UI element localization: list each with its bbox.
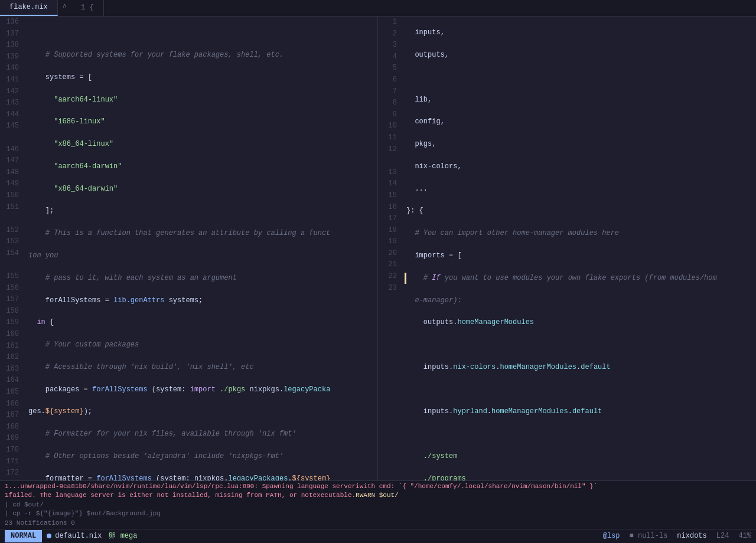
- code-line: [406, 384, 751, 396]
- code-line: ion you: [28, 250, 373, 262]
- bottom-messages: 1...unwrapped-9ca81b0/share/nvim/runtime…: [0, 480, 756, 529]
- tab-right-label: 1 {: [81, 3, 94, 13]
- code-line: outputs.homeManagerModules: [406, 317, 751, 329]
- code-line: ];: [28, 205, 373, 217]
- lsp-status: @lsp: [603, 531, 620, 541]
- code-line: config,: [406, 116, 751, 128]
- code-line: # This is a function that generates an a…: [28, 228, 373, 240]
- tab-bar: flake.nix ^ 1 {: [0, 0, 756, 17]
- code-line: "i686-linux": [28, 116, 373, 128]
- code-line: ges.${system});: [28, 406, 373, 418]
- code-line: [406, 72, 751, 84]
- code-line: "aarch64-darwin": [28, 161, 373, 173]
- code-line: "x86_64-darwin": [28, 184, 373, 195]
- file-icon: [47, 534, 51, 538]
- right-pane: 1 2 3 4 5 6 7 8 9 10 11 12 13 1: [378, 17, 756, 480]
- notifications-line: 23 Notifications 0: [5, 519, 751, 528]
- code-line: # You can import other home-manager modu…: [406, 228, 751, 240]
- main-content: 136 137 138 139 140 141 142 143 144 145 …: [0, 17, 756, 480]
- code-line: "aarch64-linux": [28, 94, 373, 106]
- code-line: ./system: [406, 451, 751, 463]
- code-line: lib,: [406, 94, 751, 106]
- right-top-code-view[interactable]: 1 2 3 4 5 6 7 8 9 10 11 12 13 1: [378, 17, 756, 480]
- status-right: @lsp ■ null-ls nixdots L24 41%: [603, 531, 751, 541]
- editor-container: flake.nix ^ 1 { 136 137 138 139 140 141 …: [0, 0, 756, 543]
- code-line: in {: [28, 317, 373, 329]
- left-code-content: # Supported systems for your flake packa…: [24, 17, 377, 480]
- cmd-line-2: | cp -r ${"{image}"} $out/Background.jpg: [5, 509, 751, 518]
- cmd-line-1: | cd $out/: [5, 501, 751, 509]
- tab-right[interactable]: 1 {: [71, 0, 104, 16]
- code-line: # Formatter for your nix files, availabl…: [28, 428, 373, 440]
- code-line: e-manager):: [406, 295, 751, 307]
- code-line: packages = forAllSystems (system: import…: [28, 384, 373, 396]
- code-line: systems = [: [28, 72, 373, 84]
- scroll-percent: 41%: [738, 531, 751, 541]
- tab-arrow: ^: [58, 1, 71, 15]
- code-line: # pass to it, with each system as an arg…: [28, 273, 373, 284]
- lsp-null: ■ null-ls: [630, 531, 668, 541]
- status-bar: NORMAL default.nix 卵 mega @lsp ■ null-ls…: [0, 529, 756, 543]
- error-message-2: 1failed. The language server is either n…: [5, 491, 751, 500]
- code-line: ...: [406, 184, 751, 195]
- right-top-pane: 1 2 3 4 5 6 7 8 9 10 11 12 13 1: [378, 17, 756, 480]
- code-line: [28, 27, 373, 39]
- tab-flake-nix-label: flake.nix: [9, 2, 48, 12]
- code-line: formatter = forAllSystems (system: nixpk…: [28, 473, 373, 480]
- cursor-position: L24: [716, 531, 729, 541]
- code-line: [406, 428, 751, 440]
- git-branch: 卵 mega: [109, 531, 137, 541]
- tab-flake-nix[interactable]: flake.nix: [0, 0, 58, 16]
- code-line: # Your custom packages: [28, 339, 373, 351]
- left-code-view[interactable]: 136 137 138 139 140 141 142 143 144 145 …: [0, 17, 377, 480]
- code-line: ./programs: [406, 473, 751, 480]
- code-line: # Supported systems for your flake packa…: [28, 50, 373, 61]
- code-line: pkgs,: [406, 139, 751, 151]
- status-file: default.nix: [47, 531, 102, 541]
- right-top-line-numbers: 1 2 3 4 5 6 7 8 9 10 11 12 13 1: [378, 17, 402, 480]
- code-line: # If you want to use modules your own fl…: [406, 273, 751, 284]
- error-message-1: 1...unwrapped-9ca81b0/share/nvim/runtime…: [5, 482, 751, 491]
- code-line: forAllSystems = lib.genAttrs systems;: [28, 295, 373, 307]
- status-mode: NORMAL: [5, 530, 42, 542]
- code-line: inputs.hyprland.homeManagerModules.defau…: [406, 406, 751, 418]
- code-line: [406, 339, 751, 351]
- code-line: nix-colors,: [406, 161, 751, 173]
- code-line: }: {: [406, 205, 751, 217]
- code-line: inputs,: [406, 27, 751, 39]
- code-line: outputs,: [406, 50, 751, 61]
- left-pane: 136 137 138 139 140 141 142 143 144 145 …: [0, 17, 378, 480]
- code-line: # Other options beside 'alejandra' inclu…: [28, 451, 373, 463]
- left-line-numbers: 136 137 138 139 140 141 142 143 144 145 …: [0, 17, 24, 480]
- code-line: imports = [: [406, 250, 751, 262]
- code-line: inputs.nix-colors.homeManagerModules.def…: [406, 362, 751, 374]
- right-top-code-content: inputs, outputs, lib, config, pkgs, nix-…: [402, 17, 756, 480]
- code-line: "x86_64-linux": [28, 139, 373, 151]
- status-filename: default.nix: [55, 531, 102, 541]
- code-line: # Acessible through 'nix build', 'nix sh…: [28, 362, 373, 374]
- workspace-name: nixdots: [677, 531, 706, 541]
